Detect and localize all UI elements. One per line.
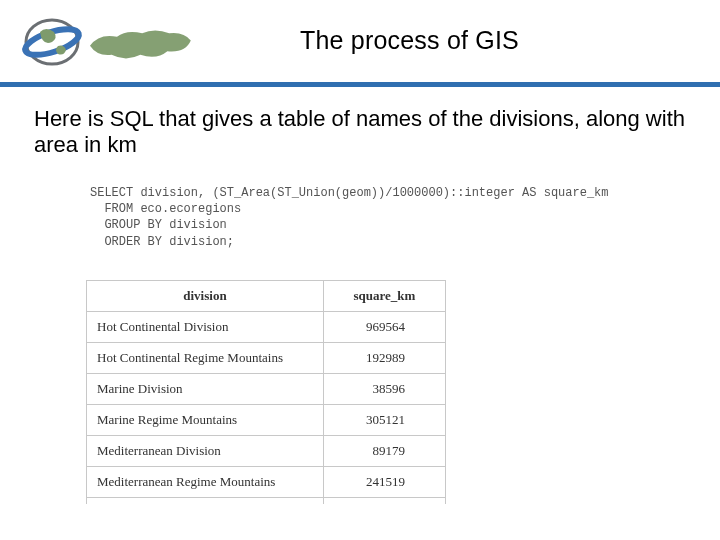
cell-division: Mediterranean Division	[87, 436, 324, 467]
slide: The process of GIS Here is SQL that give…	[0, 0, 720, 540]
cell-division: Mediterranean Regime Mountains	[87, 467, 324, 498]
cell-division: Hot Continental Regime Mountains	[87, 343, 324, 374]
globe-world-logo	[18, 12, 218, 72]
table-row: Mediterranean Regime Mountains 241519	[87, 467, 446, 498]
cell-square-km: 969564	[323, 312, 445, 343]
cell-square-km: 305121	[323, 405, 445, 436]
code-line: FROM eco.ecoregions	[90, 202, 241, 216]
code-line: ORDER BY division;	[90, 235, 234, 249]
results-table: division square_km Hot Continental Divis…	[86, 280, 446, 521]
body-text: Here is SQL that gives a table of names …	[34, 106, 686, 159]
code-line: GROUP BY division	[90, 218, 227, 232]
cell-square-km: 241519	[323, 467, 445, 498]
col-square-km: square_km	[323, 281, 445, 312]
sql-code-block: SELECT division, (ST_Area(ST_Union(geom)…	[90, 185, 608, 250]
cell-square-km: 192989	[323, 343, 445, 374]
header-divider	[0, 82, 720, 87]
table-row: Mediterranean Division 89179	[87, 436, 446, 467]
table-row: Hot Continental Regime Mountains 192989	[87, 343, 446, 374]
col-division: division	[87, 281, 324, 312]
slide-title: The process of GIS	[300, 26, 519, 55]
cell-division: Marine Regime Mountains	[87, 405, 324, 436]
table-row: Hot Continental Division 969564	[87, 312, 446, 343]
cell-division: Hot Continental Division	[87, 312, 324, 343]
header: The process of GIS	[0, 0, 720, 85]
cell-square-km: 89179	[323, 436, 445, 467]
cell-division: Marine Division	[87, 374, 324, 405]
table-header-row: division square_km	[87, 281, 446, 312]
cell-square-km: 38596	[323, 374, 445, 405]
bottom-crop	[0, 504, 720, 540]
table-row: Marine Division 38596	[87, 374, 446, 405]
code-line: SELECT division, (ST_Area(ST_Union(geom)…	[90, 186, 608, 200]
table-row: Marine Regime Mountains 305121	[87, 405, 446, 436]
